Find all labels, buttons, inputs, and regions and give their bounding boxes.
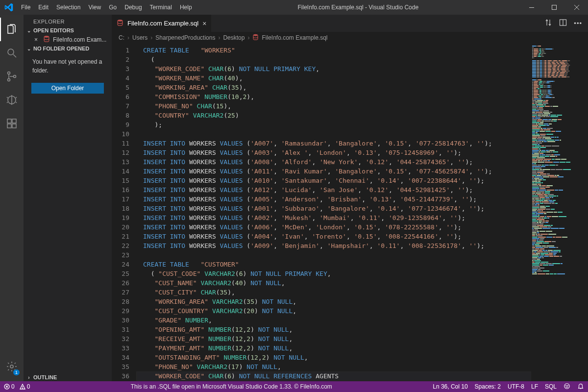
more-icon[interactable]: •••	[574, 20, 582, 27]
status-encoding[interactable]: UTF-8	[508, 383, 524, 390]
code-line[interactable]: "OUTSTANDING_AMT" NUMBER(12,2) NOT NULL,	[136, 353, 531, 362]
split-editor-icon[interactable]	[559, 19, 567, 28]
tab-actions: •••	[539, 15, 588, 32]
code-line[interactable]: "WORKER_CODE" CHAR(6) NOT NULL REFERENCE…	[136, 371, 531, 381]
open-editors-label: OPEN EDITORS	[33, 27, 74, 33]
menu-go[interactable]: Go	[105, 0, 121, 15]
code-line[interactable]: "WORKING_AREA" VARCHAR2(35) NOT NULL,	[136, 297, 531, 306]
activity-settings[interactable]: 1	[0, 355, 24, 378]
status-message: This is an .SQL file open in Microsoft V…	[35, 383, 428, 390]
code-line[interactable]: INSERT INTO WORKERS VALUES ('A009', 'Ben…	[136, 241, 531, 250]
code-line[interactable]: "CUST_COUNTRY" VARCHAR2(20) NOT NULL,	[136, 306, 531, 316]
close-icon[interactable]: ×	[34, 36, 40, 43]
feedback-icon[interactable]	[564, 383, 570, 391]
code-line[interactable]: ( "CUST_CODE" VARCHAR2(6) NOT NULL PRIMA…	[136, 269, 531, 278]
menu-debug[interactable]: Debug	[121, 0, 146, 15]
menu-bar: FileEditSelectionViewGoDebugTerminalHelp	[17, 0, 196, 15]
svg-point-19	[10, 365, 13, 368]
code-line[interactable]: "OPENING_AMT" NUMBER(12,2) NOT NULL,	[136, 325, 531, 334]
activity-search[interactable]	[0, 41, 24, 65]
code-line[interactable]: CREATE TABLE "CUSTOMER"	[136, 260, 531, 269]
notifications-icon[interactable]	[577, 383, 584, 391]
code-line[interactable]: );	[136, 120, 531, 129]
code-line[interactable]: "COMMISSION" NUMBER(10,2),	[136, 92, 531, 101]
svg-point-21	[118, 20, 122, 22]
menu-selection[interactable]: Selection	[52, 0, 84, 15]
code-line[interactable]: "COUNTRY" VARCHAR2(25)	[136, 111, 531, 120]
menu-view[interactable]: View	[84, 0, 105, 15]
code-line[interactable]: INSERT INTO WORKERS VALUES ('A005', 'And…	[136, 195, 531, 204]
code-line[interactable]: INSERT INTO WORKERS VALUES ('A002', 'Muk…	[136, 213, 531, 222]
status-ln-col[interactable]: Ln 36, Col 10	[433, 383, 467, 390]
outline-section[interactable]: ›OUTLINE	[24, 373, 112, 381]
code-line[interactable]: INSERT INTO WORKERS VALUES ('A012', 'Luc…	[136, 185, 531, 195]
minimap[interactable]	[531, 44, 588, 381]
code-line[interactable]: INSERT INTO WORKERS VALUES ('A011', 'Rav…	[136, 167, 531, 176]
breadcrumb-segment[interactable]: Users	[132, 34, 147, 41]
status-language[interactable]: SQL	[545, 383, 557, 390]
svg-point-20	[44, 36, 49, 38]
menu-help[interactable]: Help	[176, 0, 196, 15]
code-line[interactable]: "RECEIVE_AMT" NUMBER(12,2) NOT NULL,	[136, 334, 531, 343]
code-line[interactable]: "CUST_CITY" CHAR(35),	[136, 288, 531, 297]
editor-tab[interactable]: FileInfo.com Example.sql ×	[112, 15, 212, 32]
open-editors-section[interactable]: ⌄OPEN EDITORS	[24, 26, 112, 34]
breadcrumb-segment[interactable]: FileInfo.com Example.sql	[262, 34, 327, 41]
activity-extensions[interactable]	[0, 112, 24, 135]
code-line[interactable]: "PHONE_NO" VARCHAR2(17) NOT NULL,	[136, 362, 531, 371]
code-line[interactable]	[136, 250, 531, 260]
close-button[interactable]	[565, 0, 588, 15]
code-line[interactable]: INSERT INTO WORKERS VALUES ('A004', 'Iva…	[136, 232, 531, 241]
code-line[interactable]: "PHONE_NO" CHAR(15),	[136, 101, 531, 111]
breadcrumb-segment[interactable]: Desktop	[223, 34, 245, 41]
code-line[interactable]: "WORKER_CODE" CHAR(6) NOT NULL PRIMARY K…	[136, 64, 531, 74]
code-line[interactable]: "WORKING_AREA" CHAR(35),	[136, 83, 531, 92]
compare-icon[interactable]	[544, 19, 552, 28]
minimize-button[interactable]	[520, 0, 543, 15]
menu-file[interactable]: File	[17, 0, 34, 15]
activity-bar: 1	[0, 15, 24, 381]
code-line[interactable]: INSERT INTO WORKERS VALUES ('A006', 'McD…	[136, 222, 531, 232]
svg-point-24	[254, 34, 258, 36]
code-line[interactable]	[136, 129, 531, 139]
activity-source-control[interactable]	[0, 65, 24, 88]
chevron-right-icon: ›	[247, 34, 249, 41]
code-line[interactable]: "WORKER_NAME" CHAR(40),	[136, 74, 531, 83]
code-line[interactable]: "PAYMENT_AMT" NUMBER(12,2) NOT NULL,	[136, 343, 531, 353]
breadcrumb-segment[interactable]: SharpenedProductions	[155, 34, 215, 41]
open-folder-button[interactable]: Open Folder	[31, 83, 104, 94]
open-editor-item[interactable]: × FileInfo.com Exam...	[24, 34, 112, 45]
no-folder-section[interactable]: ⌄NO FOLDER OPENED	[24, 45, 112, 52]
database-icon	[252, 34, 259, 42]
code-line[interactable]: (	[136, 55, 531, 64]
code-line[interactable]: INSERT INTO WORKERS VALUES ('A001', 'Sub…	[136, 204, 531, 213]
svg-point-8	[14, 75, 16, 78]
breadcrumb-segment[interactable]: C:	[119, 34, 124, 41]
code-line[interactable]: INSERT INTO WORKERS VALUES ('A010', 'San…	[136, 176, 531, 185]
sidebar-title: EXPLORER	[24, 15, 112, 26]
menu-edit[interactable]: Edit	[34, 0, 52, 15]
menu-terminal[interactable]: Terminal	[146, 0, 176, 15]
tabs-row: FileInfo.com Example.sql × •••	[112, 15, 588, 32]
code-line[interactable]: INSERT INTO WORKERS VALUES ('A008', 'Alf…	[136, 157, 531, 167]
status-errors[interactable]: 0	[4, 383, 15, 390]
svg-rect-0	[529, 7, 534, 8]
title-bar: FileEditSelectionViewGoDebugTerminalHelp…	[0, 0, 588, 15]
code-line[interactable]: "GRADE" NUMBER,	[136, 316, 531, 325]
code-line[interactable]: INSERT INTO WORKERS VALUES ('A003', 'Ale…	[136, 148, 531, 157]
status-warnings[interactable]: 0	[20, 383, 30, 390]
status-spaces[interactable]: Spaces: 2	[475, 383, 501, 390]
code-line[interactable]: "CUST_NAME" VARCHAR2(40) NOT NULL,	[136, 278, 531, 288]
svg-line-5	[13, 54, 16, 57]
svg-line-14	[16, 102, 17, 103]
code-line[interactable]: CREATE TABLE "WORKERS"	[136, 46, 531, 55]
breadcrumbs[interactable]: C:›Users›SharpenedProductions›Desktop›Fi…	[112, 32, 588, 44]
activity-explorer[interactable]	[0, 18, 24, 41]
code-line[interactable]: INSERT INTO WORKERS VALUES ('A007', 'Ram…	[136, 139, 531, 148]
close-icon[interactable]: ×	[202, 20, 206, 27]
activity-debug[interactable]	[0, 88, 24, 112]
status-eol[interactable]: LF	[531, 383, 538, 390]
svg-point-7	[8, 79, 10, 81]
code-editor[interactable]: CREATE TABLE "WORKERS" ( "WORKER_CODE" C…	[136, 44, 531, 381]
maximize-button[interactable]	[543, 0, 565, 15]
